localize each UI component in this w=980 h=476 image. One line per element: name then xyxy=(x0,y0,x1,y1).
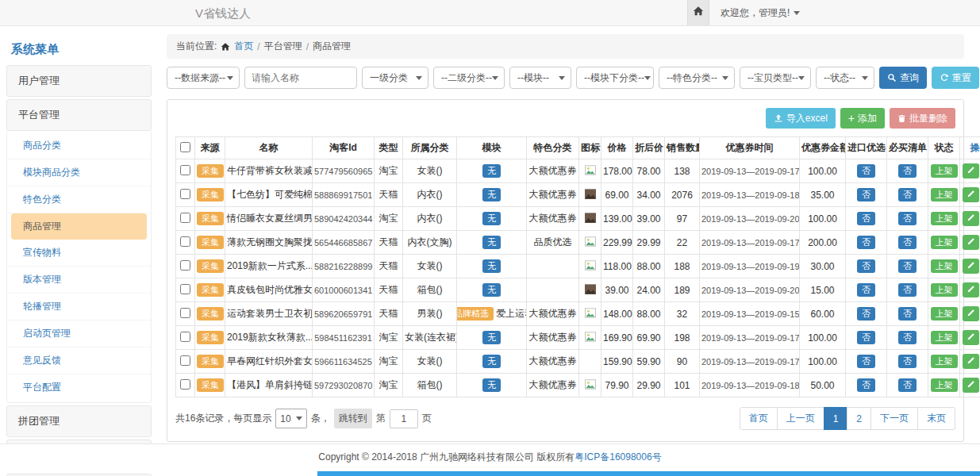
sidebar-item[interactable]: 版本管理 xyxy=(7,267,151,294)
batch-delete-button[interactable]: 批量删除 xyxy=(890,108,955,129)
edit-button[interactable] xyxy=(963,306,979,321)
sidebar-item[interactable]: 特色分类 xyxy=(7,186,151,213)
edit-button[interactable] xyxy=(963,354,979,369)
edit-button[interactable] xyxy=(963,378,979,393)
row-checkbox[interactable] xyxy=(180,379,190,390)
must-buy-toggle[interactable]: 否 xyxy=(898,355,917,369)
data-source-select[interactable]: --数据来源-- xyxy=(167,67,240,89)
sidebar-item[interactable]: 模块商品分类 xyxy=(7,159,151,186)
import-select-toggle[interactable]: 否 xyxy=(857,236,875,250)
status-badge[interactable]: 上架 xyxy=(931,378,958,393)
level1-category-select[interactable]: 一级分类 xyxy=(362,67,429,89)
main-content: 当前位置: 首页 / 平台管理 / 商品管理 --数据来源--一级分类--二级分… xyxy=(167,34,964,442)
sidebar-item[interactable]: 轮播管理 xyxy=(7,294,151,321)
item-type-select[interactable]: --宝贝类型-- xyxy=(740,67,811,89)
page-button-1[interactable]: 1 xyxy=(824,407,848,430)
must-buy-toggle[interactable]: 否 xyxy=(898,236,917,250)
taoke-id-cell: 601000601341 xyxy=(313,278,375,302)
jump-to-button[interactable]: 跳转到 xyxy=(334,409,372,428)
row-checkbox[interactable] xyxy=(180,189,190,199)
import-select-toggle[interactable]: 否 xyxy=(857,188,875,202)
edit-button[interactable] xyxy=(963,187,979,202)
jump-page-input[interactable] xyxy=(390,409,418,428)
select-all-checkbox[interactable] xyxy=(180,142,190,152)
row-checkbox[interactable] xyxy=(180,355,190,366)
must-buy-toggle[interactable]: 否 xyxy=(898,164,917,178)
import-select-toggle[interactable]: 否 xyxy=(857,259,875,274)
must-buy-toggle[interactable]: 否 xyxy=(898,331,917,345)
welcome-text: 欢迎您，管理员! xyxy=(721,6,790,20)
sidebar-item[interactable]: 启动页管理 xyxy=(7,321,151,347)
add-button[interactable]: + 添加 xyxy=(840,108,885,129)
sidebar-group[interactable]: 平台管理 xyxy=(6,99,152,131)
must-buy-toggle[interactable]: 否 xyxy=(898,259,917,274)
search-button[interactable]: 查询 xyxy=(879,67,927,89)
status-badge[interactable]: 上架 xyxy=(931,164,958,178)
sidebar-item[interactable]: 意见反馈 xyxy=(7,347,151,374)
module-badge: 无 xyxy=(482,378,501,393)
edit-button[interactable] xyxy=(963,330,979,345)
sidebar-group[interactable]: 拼团管理 xyxy=(6,405,152,437)
import-select-toggle[interactable]: 否 xyxy=(857,378,875,393)
summary-suffix: 条， xyxy=(311,412,330,425)
level2-category-select[interactable]: --二级分类-- xyxy=(433,67,505,89)
must-buy-toggle[interactable]: 否 xyxy=(898,378,917,393)
status-badge[interactable]: 上架 xyxy=(931,259,958,274)
must-buy-toggle[interactable]: 否 xyxy=(898,188,917,202)
module-badge: 无 xyxy=(482,212,501,226)
status-select[interactable]: --状态-- xyxy=(816,67,874,89)
import-select-toggle[interactable]: 否 xyxy=(857,355,875,369)
status-badge[interactable]: 上架 xyxy=(931,331,958,345)
edit-button[interactable] xyxy=(963,211,979,226)
status-badge[interactable]: 上架 xyxy=(931,355,958,369)
page-button-2[interactable]: 2 xyxy=(847,407,871,430)
row-checkbox[interactable] xyxy=(180,260,190,271)
reset-button[interactable]: 重置 xyxy=(932,67,979,89)
import-excel-button[interactable]: 导入excel xyxy=(766,108,836,129)
import-select-toggle[interactable]: 否 xyxy=(857,212,875,226)
row-checkbox[interactable] xyxy=(180,332,190,342)
must-buy-toggle[interactable]: 否 xyxy=(898,307,917,321)
edit-button[interactable] xyxy=(963,235,979,250)
import-select-toggle[interactable]: 否 xyxy=(857,283,875,298)
feature-category-select[interactable]: --特色分类-- xyxy=(659,67,735,89)
page-size-select[interactable]: 10 xyxy=(275,409,306,428)
import-select-toggle[interactable]: 否 xyxy=(857,307,875,321)
row-checkbox[interactable] xyxy=(180,308,190,318)
home-button[interactable] xyxy=(687,0,709,25)
module-wrap: 无 xyxy=(459,188,525,202)
status-badge[interactable]: 上架 xyxy=(931,188,958,202)
edit-button[interactable] xyxy=(963,259,979,274)
page-button-末页[interactable]: 末页 xyxy=(917,407,955,430)
row-checkbox[interactable] xyxy=(180,213,190,223)
sidebar-item-active[interactable]: 商品管理 xyxy=(11,213,147,240)
module-sub-category-select[interactable]: --模块下分类-- xyxy=(576,67,654,89)
page-button-首页[interactable]: 首页 xyxy=(740,407,778,430)
import-select-toggle[interactable]: 否 xyxy=(857,331,875,345)
row-checkbox[interactable] xyxy=(180,284,190,294)
sidebar-group[interactable]: 用户管理 xyxy=(6,65,152,97)
must-buy-toggle[interactable]: 否 xyxy=(898,283,917,298)
edit-button[interactable] xyxy=(963,163,979,178)
breadcrumb-home-link[interactable]: 首页 xyxy=(234,40,253,53)
sidebar-item[interactable]: 商品分类 xyxy=(7,132,151,159)
user-menu[interactable]: 欢迎您，管理员! xyxy=(721,6,800,20)
module-select[interactable]: --模块-- xyxy=(509,67,571,89)
must-buy-toggle[interactable]: 否 xyxy=(898,212,917,226)
icp-link[interactable]: 粤ICP备16098006号 xyxy=(575,451,661,463)
row-checkbox[interactable] xyxy=(180,236,190,247)
sales-count-cell: 189 xyxy=(665,278,700,302)
sidebar-item[interactable]: 平台配置 xyxy=(7,374,151,401)
status-badge[interactable]: 上架 xyxy=(931,236,958,250)
status-badge[interactable]: 上架 xyxy=(931,307,958,321)
import-select-toggle[interactable]: 否 xyxy=(857,164,875,178)
status-badge[interactable]: 上架 xyxy=(931,283,958,298)
edit-button[interactable] xyxy=(963,282,979,298)
add-button-label: 添加 xyxy=(858,112,877,125)
sidebar-item[interactable]: 宣传物料 xyxy=(7,240,151,267)
page-button-上一页[interactable]: 上一页 xyxy=(777,407,824,430)
page-button-下一页[interactable]: 下一页 xyxy=(870,407,918,430)
status-badge[interactable]: 上架 xyxy=(931,212,958,226)
row-checkbox[interactable] xyxy=(180,165,190,175)
name-input[interactable] xyxy=(244,67,357,89)
